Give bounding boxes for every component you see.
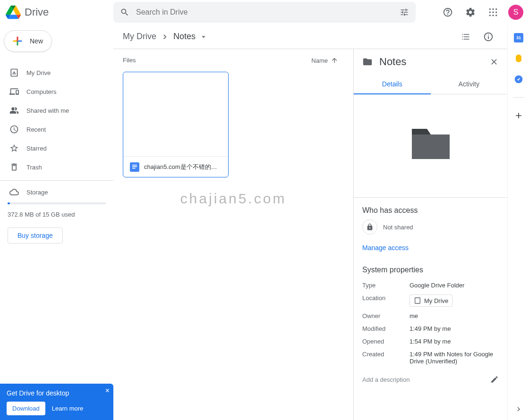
app-name: Drive [25,6,49,18]
svg-point-7 [492,15,494,16]
list-view-icon[interactable] [456,27,475,46]
access-heading: Who has access [354,200,507,219]
logo-area[interactable]: Drive [6,5,113,20]
drive-logo-icon [6,5,21,20]
chevron-right-icon [160,32,170,42]
nav-shared[interactable]: Shared with me [0,101,113,120]
settings-icon[interactable] [461,3,480,22]
details-panel: Notes Details Activity Who has access No… [353,49,507,420]
nav-my-drive[interactable]: My Drive [0,63,113,82]
tab-activity[interactable]: Activity [431,75,508,94]
access-text: Not shared [383,224,413,231]
drive-small-icon [414,297,421,304]
snackbar: × Get Drive for desktop Download Learn m… [0,384,113,420]
trash-icon [9,162,19,172]
add-addon-icon[interactable] [514,111,523,120]
doc-icon [130,162,139,172]
dropdown-icon[interactable] [199,33,208,41]
search-options-icon[interactable] [400,8,409,17]
nav-recent[interactable]: Recent [0,120,113,139]
storage-bar [8,202,106,204]
plus-icon [11,34,24,48]
svg-point-8 [495,15,497,16]
nav-list: My Drive Computers Shared with me Recent… [0,63,113,176]
close-icon[interactable] [489,57,499,67]
search-input[interactable] [136,8,393,17]
header: Drive S [0,0,529,25]
buy-storage-button[interactable]: Buy storage [8,227,63,244]
folder-large-icon [407,125,454,163]
shared-icon [9,106,19,115]
keep-icon[interactable] [514,54,523,63]
nav-storage[interactable]: Storage [8,185,106,200]
cloud-icon [9,187,19,197]
new-button[interactable]: New [4,30,52,52]
calendar-icon[interactable]: 31 [514,33,523,42]
collapse-panel-icon[interactable] [514,405,523,413]
breadcrumb-root[interactable]: My Drive [123,32,156,42]
star-icon [9,143,19,153]
snackbar-close-icon[interactable]: × [105,386,110,395]
snackbar-title: Get Drive for desktop [7,389,107,397]
recent-icon [9,125,19,134]
search-icon [120,8,129,17]
location-chip[interactable]: My Drive [410,294,452,307]
svg-point-5 [495,11,497,13]
toolbar: My Drive Notes [113,25,507,49]
learn-more-link[interactable]: Learn more [52,405,83,412]
header-actions: S [438,3,525,22]
sidepanel: 31 [507,25,529,420]
info-icon[interactable] [479,27,498,46]
details-title: Notes [379,56,483,68]
svg-rect-11 [132,166,137,167]
avatar[interactable]: S [508,5,523,20]
tasks-icon[interactable] [514,75,523,84]
tab-details[interactable]: Details [354,75,431,94]
svg-point-6 [489,15,491,16]
svg-point-4 [492,11,494,13]
apps-icon[interactable] [484,3,503,22]
description-placeholder: Add a description [362,376,410,383]
watermark: chajian5.com [180,191,287,207]
storage-text: 372.8 MB of 15 GB used [8,211,106,218]
svg-point-2 [495,8,497,10]
search-bar[interactable] [113,2,416,23]
svg-rect-10 [132,165,137,166]
folder-icon [362,57,373,67]
download-button[interactable]: Download [7,402,45,415]
col-files: Files [123,57,136,64]
svg-rect-12 [132,168,136,168]
arrow-up-icon [331,57,338,64]
sidebar: New My Drive Computers Shared with me Re… [0,25,113,420]
nav-computers[interactable]: Computers [0,82,113,101]
folder-preview [354,94,507,193]
edit-icon[interactable] [490,375,499,384]
nav-trash[interactable]: Trash [0,158,113,176]
nav-divider [0,180,113,181]
svg-text:31: 31 [516,35,520,40]
file-thumbnail [123,72,228,156]
svg-point-3 [489,11,491,13]
help-icon[interactable] [438,3,457,22]
manage-access-link[interactable]: Manage access [354,240,507,259]
new-label: New [30,37,43,45]
storage-section: Storage 372.8 MB of 15 GB used Buy stora… [0,185,113,244]
file-area: Files Name chajian5.com是个不错的… chajian5.c… [113,49,353,420]
col-name[interactable]: Name [311,57,344,64]
computers-icon [9,87,19,96]
svg-point-0 [489,8,491,10]
breadcrumb-current[interactable]: Notes [173,32,196,42]
file-name: chajian5.com是个不错的… [144,163,217,171]
nav-starred[interactable]: Starred [0,139,113,158]
sys-heading: System properties [354,259,507,279]
svg-point-1 [492,8,494,10]
main: My Drive Notes Files Name chajian5.com是个… [113,25,507,420]
lock-icon [362,219,377,235]
drive-icon [9,68,19,77]
file-card[interactable]: chajian5.com是个不错的… [123,72,229,177]
